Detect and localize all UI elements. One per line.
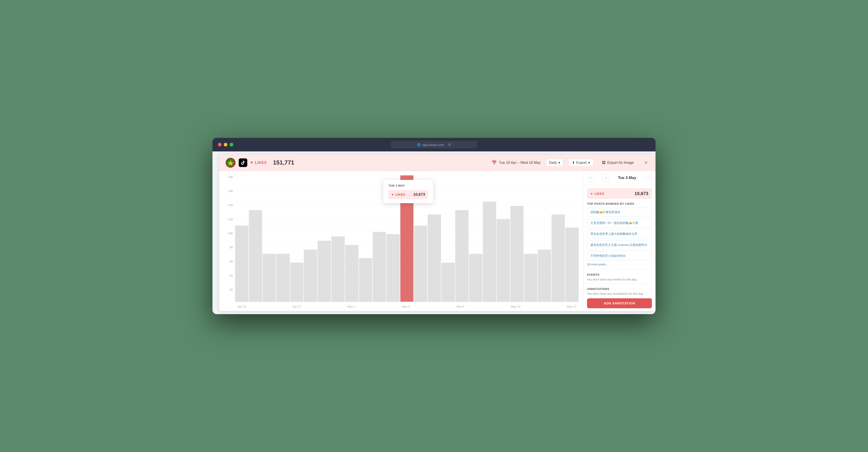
tooltip-row: ♥ LIKES 10,673 <box>388 190 428 199</box>
chart-area: 18K 16K 14K 12K 10K 8K 6K 4K 2K <box>219 171 583 311</box>
chevron-down-icon: ▾ <box>588 160 590 165</box>
minimize-window-button[interactable] <box>224 143 227 147</box>
post-item-4[interactable]: 最有创意的芝士主题 costume 比赛如期举办 <box>587 240 652 250</box>
bar-group-23[interactable] <box>552 175 565 302</box>
bar-group-18[interactable] <box>483 175 496 302</box>
bar-8[interactable] <box>345 245 359 302</box>
right-panel-header: ‹ ‹ Tue 3 May › <box>583 171 655 185</box>
bar-group-20[interactable] <box>510 175 524 302</box>
post-list: 滚奶酪🧀大赛冠军诞生 主里尼赞助一年一度的滚奶酪🧀大赛 带你走进世界上最大的奶酪… <box>583 208 655 260</box>
bar-24[interactable] <box>565 228 579 302</box>
prev-day-button[interactable]: ‹ <box>602 174 610 181</box>
prev-day-outer-button[interactable]: ‹ <box>587 174 594 181</box>
reload-icon[interactable]: ↺ <box>448 142 451 147</box>
y-label-12k: 12K <box>228 218 233 221</box>
bar-14[interactable] <box>428 215 441 302</box>
tiktok-icon <box>239 158 247 167</box>
bar-13[interactable] <box>414 226 427 302</box>
bar-group-9[interactable] <box>359 175 372 302</box>
bar-group-19[interactable] <box>497 175 510 302</box>
x-label-may13: May 13 <box>510 305 520 308</box>
post-item-1[interactable]: 滚奶酪🧀大赛冠军诞生 <box>587 208 652 217</box>
main-panel: ♥ LIKES 151,771 📅 Tue 19 Apr – Wed 18 Ma… <box>219 155 655 311</box>
right-likes-label: ♥ LIKES <box>591 192 604 195</box>
heart-icon: ♥ <box>591 192 593 195</box>
heart-icon: ♥ <box>392 193 394 196</box>
bar-group-2[interactable] <box>263 175 276 302</box>
export-button[interactable]: ⬇ Export ▾ <box>568 159 593 166</box>
likes-metric-label: ♥ LIKES <box>250 160 267 165</box>
bar-group-16[interactable] <box>455 175 469 302</box>
x-axis: Apr 23 Apr 27 May 1 May 5 May 9 May 13 M… <box>235 302 579 311</box>
right-likes-row: ♥ LIKES 10,673 <box>587 188 652 199</box>
export-as-image-button[interactable]: 🖼 Export As Image <box>599 159 637 166</box>
window-controls <box>218 143 233 147</box>
close-window-button[interactable] <box>218 143 221 147</box>
bar-15[interactable] <box>441 263 455 302</box>
bar-22[interactable] <box>538 250 551 302</box>
bar-group-3[interactable] <box>276 175 290 302</box>
image-icon: 🖼 <box>602 161 606 165</box>
bar-group-6[interactable] <box>318 175 331 302</box>
tooltip-metric: ♥ LIKES <box>392 193 405 196</box>
right-panel: ‹ ‹ Tue 3 May › ♥ LIKES 10,673 <box>583 171 655 311</box>
x-label-may17: May 17 <box>567 305 577 308</box>
post-item-3[interactable]: 带你走进世界上最大的奶酪储存仓库 <box>587 229 652 238</box>
bar-19[interactable] <box>497 219 510 302</box>
url-bar[interactable]: 🌐 app.kawo.com ↺ <box>391 141 477 149</box>
bar-10[interactable] <box>373 232 386 302</box>
bar-group-0[interactable] <box>235 175 248 302</box>
date-range: 📅 Tue 19 Apr – Wed 18 May <box>492 160 541 165</box>
annotations-empty: You don't have any annotations for this … <box>587 292 652 295</box>
bar-group-21[interactable] <box>524 175 537 302</box>
bar-1[interactable] <box>249 210 262 302</box>
bar-18[interactable] <box>483 202 496 302</box>
bar-4[interactable] <box>290 263 304 302</box>
y-label-4k: 4K <box>230 274 233 277</box>
header-bar: ♥ LIKES 151,771 📅 Tue 19 Apr – Wed 18 Ma… <box>219 155 655 171</box>
post-item-5[interactable]: 不同种类的芝士该如何组合 <box>587 251 652 260</box>
bar-6[interactable] <box>318 241 331 302</box>
body-area: 18K 16K 14K 12K 10K 8K 6K 4K 2K <box>219 171 655 311</box>
mac-window: 🌐 app.kawo.com ↺ <box>213 138 655 314</box>
bar-group-7[interactable] <box>331 175 345 302</box>
maximize-window-button[interactable] <box>230 143 233 147</box>
post-item-2[interactable]: 主里尼赞助一年一度的滚奶酪🧀大赛 <box>587 219 652 228</box>
next-day-button[interactable]: › <box>645 174 651 181</box>
right-likes-count: 10,673 <box>634 191 648 196</box>
bar-3[interactable] <box>276 254 290 302</box>
chart-tooltip: TUE 3 MAY ♥ LIKES 10,673 <box>383 180 433 203</box>
more-posts-link[interactable]: 16 more posts... <box>583 260 655 268</box>
granularity-selector[interactable]: Daily ▾ <box>546 159 563 166</box>
bar-21[interactable] <box>524 254 537 302</box>
bar-17[interactable] <box>469 254 483 302</box>
bar-5[interactable] <box>304 250 317 302</box>
bar-group-22[interactable] <box>538 175 551 302</box>
bar-group-15[interactable] <box>441 175 455 302</box>
bar-group-17[interactable] <box>469 175 483 302</box>
bar-group-24[interactable] <box>565 175 579 302</box>
bar-11[interactable] <box>386 234 400 302</box>
brand-logo <box>225 158 236 168</box>
events-empty: You don't have any events for this day. <box>587 278 652 281</box>
mac-content: ♥ LIKES 151,771 📅 Tue 19 Apr – Wed 18 Ma… <box>213 152 655 314</box>
bar-group-8[interactable] <box>345 175 359 302</box>
x-label-may9: May 9 <box>456 305 464 308</box>
bar-7[interactable] <box>331 236 345 302</box>
bar-group-5[interactable] <box>304 175 317 302</box>
bar-2[interactable] <box>263 254 276 302</box>
header-left: ♥ LIKES 151,771 <box>225 158 294 168</box>
bar-23[interactable] <box>552 215 565 302</box>
bar-20[interactable] <box>510 206 524 302</box>
bar-0[interactable] <box>235 226 248 302</box>
bar-group-1[interactable] <box>249 175 262 302</box>
add-annotation-button[interactable]: ADD ANNOTATION <box>587 298 652 308</box>
y-axis: 18K 16K 14K 12K 10K 8K 6K 4K 2K <box>224 175 235 302</box>
events-title: EVENTS <box>587 273 652 277</box>
bar-group-4[interactable] <box>290 175 304 302</box>
x-label-apr27: Apr 27 <box>292 305 301 308</box>
bar-16[interactable] <box>455 210 469 302</box>
bar-9[interactable] <box>359 258 372 302</box>
close-button[interactable]: ✕ <box>643 159 649 166</box>
mac-titlebar: 🌐 app.kawo.com ↺ <box>213 138 655 152</box>
